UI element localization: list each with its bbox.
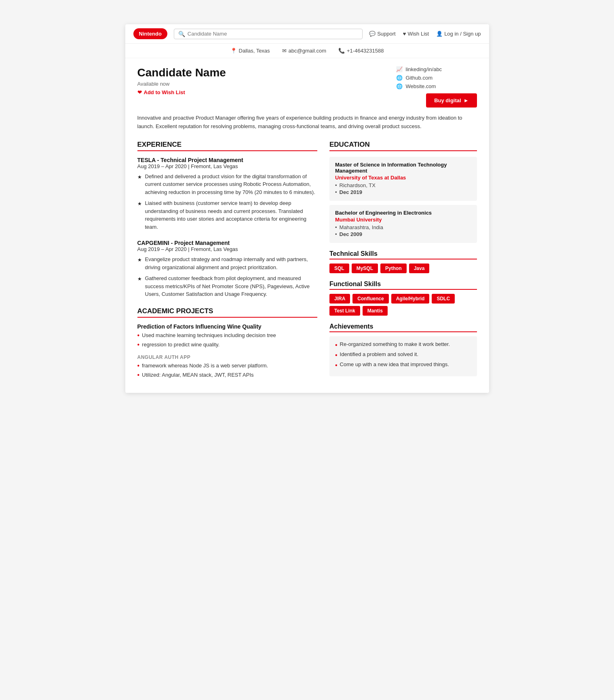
heart-icon: ❤ xyxy=(137,89,142,95)
bachelors-degree: Bachelor of Engineering in Electronics xyxy=(335,210,471,216)
list-item: • framework whereas Node JS is a web ser… xyxy=(137,362,318,370)
heart-icon: ♥ xyxy=(403,31,406,37)
star-icon: ★ xyxy=(137,275,142,283)
tesla-bullets: ★ Defined and delivered a product vision… xyxy=(137,173,318,231)
login-link[interactable]: 👤 Log in / Sign up xyxy=(436,31,481,37)
star-icon: ★ xyxy=(137,256,142,264)
search-bar[interactable]: 🔍 xyxy=(174,29,363,39)
list-item: ★ Defined and delivered a product vision… xyxy=(137,173,318,196)
header-left: Candidate Name Available now ❤ Add to Wi… xyxy=(137,66,384,108)
tesla-company: TESLA - Technical Project Management xyxy=(137,157,318,163)
bullet-dot: • xyxy=(137,331,140,339)
phone: 📞 +1-4643231588 xyxy=(338,48,384,54)
list-item: Maharashtra, India xyxy=(335,224,471,230)
left-column: EXPERIENCE TESLA - Technical Project Man… xyxy=(137,141,318,381)
arrow-icon: ► xyxy=(464,97,469,103)
functional-skills-title: Functional Skills xyxy=(329,280,477,290)
skill-tag: Java xyxy=(409,264,430,273)
logo[interactable]: Nintendo xyxy=(133,28,167,39)
skill-tag: Confluence xyxy=(352,294,388,304)
capgemini-company: CAPGEMINI - Project Management xyxy=(137,240,318,246)
github-row[interactable]: 🌐 Github.com xyxy=(396,75,433,81)
email[interactable]: ✉ abc@gmail.com xyxy=(282,48,326,54)
wishlist-link[interactable]: ♥ Wish List xyxy=(403,31,429,37)
masters-degree: Master of Science in Information Technol… xyxy=(335,162,471,174)
list-item: • Used machine learning techniques inclu… xyxy=(137,331,318,339)
technical-skill-tags: SQL MySQL Python Java xyxy=(329,264,477,273)
user-icon: 👤 xyxy=(436,31,443,37)
tesla-period: Aug 2019 – Apr 2020 | Fremont, Las Vegas xyxy=(137,163,318,169)
masters-details: Richardson, TX Dec 2019 xyxy=(335,182,471,195)
skill-tag: SDLC xyxy=(432,294,455,304)
project-1-bullets: • Used machine learning techniques inclu… xyxy=(137,331,318,349)
buy-digital-button[interactable]: Buy digital ► xyxy=(426,93,477,108)
bullet-dot: • xyxy=(335,351,338,359)
location: 📍 Dallas, Texas xyxy=(230,48,270,54)
education-title: EDUCATION xyxy=(329,141,477,151)
linkedin-icon: 📈 xyxy=(396,66,403,72)
list-item: ★ Liaised with business (customer servic… xyxy=(137,199,318,231)
linkedin-row[interactable]: 📈 linkeding/in/abc xyxy=(396,66,442,72)
location-icon: 📍 xyxy=(230,48,237,54)
bullet-dot: • xyxy=(137,341,140,348)
website-row[interactable]: 🌐 Website.com xyxy=(396,83,436,89)
project-2-title: ANGULAR AUTH APP xyxy=(137,354,318,360)
skill-tag: SQL xyxy=(329,264,349,273)
list-item: • Come up with a new idea that improved … xyxy=(335,361,471,369)
github-icon: 🌐 xyxy=(396,75,403,81)
search-icon: 🔍 xyxy=(178,31,185,37)
list-item: ★ Gathered customer feedback from pilot … xyxy=(137,274,318,298)
project-2-bullets: • framework whereas Node JS is a web ser… xyxy=(137,362,318,379)
list-item: Dec 2019 xyxy=(335,189,471,195)
list-item: • Identified a problem and solved it. xyxy=(335,351,471,359)
project-1-title: Prediction of Factors Influencing Wine Q… xyxy=(137,323,318,330)
header-section: Candidate Name Available now ❤ Add to Wi… xyxy=(137,66,477,108)
support-icon: 💬 xyxy=(369,31,376,37)
skill-tag: MySQL xyxy=(352,264,378,273)
available-status: Available now xyxy=(137,81,384,87)
support-link[interactable]: 💬 Support xyxy=(369,31,396,37)
location-row: 📍 Dallas, Texas ✉ abc@gmail.com 📞 +1-464… xyxy=(125,44,489,58)
website-icon: 🌐 xyxy=(396,83,403,89)
list-item: • Utilized: Angular, MEAN stack, JWT, RE… xyxy=(137,371,318,379)
skill-tag: Python xyxy=(380,264,407,273)
bachelors-university: Mumbai University xyxy=(335,217,471,223)
phone-icon: 📞 xyxy=(338,48,345,54)
capgemini-bullets: ★ Evangelize product strategy and roadma… xyxy=(137,255,318,298)
bullet-dot: • xyxy=(137,362,140,369)
functional-skills-section: Functional Skills JIRA Confluence Agile/… xyxy=(329,280,477,316)
achievements-list: • Re-organized something to make it work… xyxy=(329,336,477,377)
masters-university: University of Texas at Dallas xyxy=(335,175,471,181)
bachelors-details: Maharashtra, India Dec 2009 xyxy=(335,224,471,237)
education-bachelors: Bachelor of Engineering in Electronics M… xyxy=(329,205,477,243)
search-input[interactable] xyxy=(188,31,358,37)
projects-title: Academic Projects xyxy=(137,307,318,318)
capgemini-period: Aug 2019 – Apr 2020 | Fremont, Las Vegas xyxy=(137,246,318,252)
list-item: Dec 2009 xyxy=(335,231,471,237)
list-item: • Re-organized something to make it work… xyxy=(335,341,471,349)
candidate-name: Candidate Name xyxy=(137,66,384,79)
skill-tag: JIRA xyxy=(329,294,350,304)
star-icon: ★ xyxy=(137,200,142,207)
bio: Innovative and proactive Product Manager… xyxy=(137,114,477,131)
star-icon: ★ xyxy=(137,173,142,181)
experience-tesla: TESLA - Technical Project Management Aug… xyxy=(137,157,318,231)
skill-tag: Test Link xyxy=(329,306,360,316)
main-content: Candidate Name Available now ❤ Add to Wi… xyxy=(125,58,489,393)
technical-skills-title: Technical Skills xyxy=(329,250,477,259)
add-to-wishlist-button[interactable]: ❤ Add to Wish List xyxy=(137,89,384,95)
header-right: 📈 linkeding/in/abc 🌐 Github.com 🌐 Websit… xyxy=(396,66,477,108)
experience-title: EXPERIENCE xyxy=(137,141,318,151)
skill-tag: Agile/Hybrid xyxy=(391,294,430,304)
technical-skills-section: Technical Skills SQL MySQL Python Java xyxy=(329,250,477,273)
skill-tag: Mantis xyxy=(363,306,388,316)
experience-capgemini: CAPGEMINI - Project Management Aug 2019 … xyxy=(137,240,318,298)
two-col-layout: EXPERIENCE TESLA - Technical Project Man… xyxy=(137,141,477,381)
top-nav: Nintendo 🔍 💬 Support ♥ Wish List 👤 Log i… xyxy=(125,24,489,44)
functional-skill-tags: JIRA Confluence Agile/Hybrid SDLC Test L… xyxy=(329,294,477,316)
list-item: Richardson, TX xyxy=(335,182,471,188)
bullet-dot: • xyxy=(335,361,338,369)
list-item: • regression to predict wine quality. xyxy=(137,341,318,349)
education-masters: Master of Science in Information Technol… xyxy=(329,157,477,201)
bullet-dot: • xyxy=(335,341,338,349)
